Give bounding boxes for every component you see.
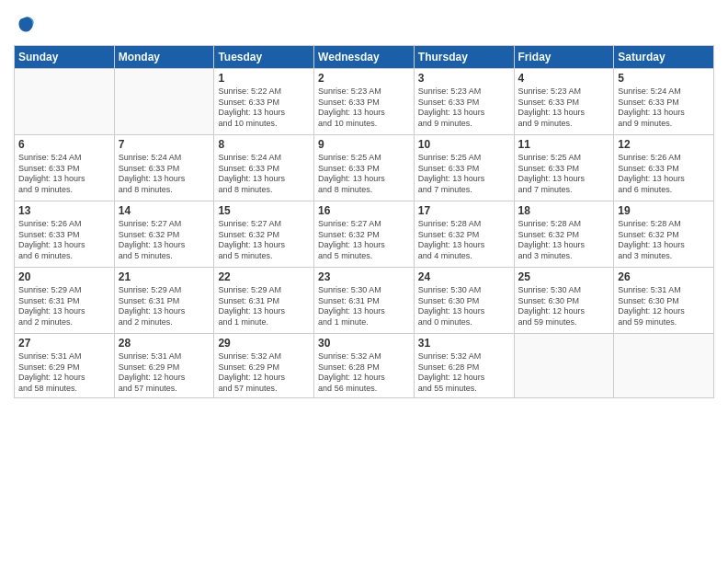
weekday-header-wednesday: Wednesday — [314, 46, 415, 69]
day-number: 11 — [518, 138, 610, 151]
day-number: 12 — [618, 138, 710, 151]
calendar-table: SundayMondayTuesdayWednesdayThursdayFrid… — [14, 45, 714, 398]
day-info: Sunrise: 5:23 AMSunset: 6:33 PMDaylight:… — [418, 86, 510, 130]
calendar-cell: 14Sunrise: 5:27 AMSunset: 6:32 PMDayligh… — [114, 201, 214, 268]
day-number: 8 — [218, 138, 310, 151]
calendar-week-5: 27Sunrise: 5:31 AMSunset: 6:29 PMDayligh… — [15, 334, 714, 398]
day-number: 6 — [18, 138, 110, 151]
calendar-cell: 2Sunrise: 5:23 AMSunset: 6:33 PMDaylight… — [314, 69, 415, 135]
day-number: 28 — [119, 337, 210, 350]
logo-icon — [14, 14, 36, 36]
calendar-cell: 29Sunrise: 5:32 AMSunset: 6:29 PMDayligh… — [214, 334, 314, 398]
weekday-header-row: SundayMondayTuesdayWednesdayThursdayFrid… — [15, 46, 714, 69]
calendar-cell: 26Sunrise: 5:31 AMSunset: 6:30 PMDayligh… — [614, 268, 714, 334]
day-number: 31 — [418, 337, 510, 350]
calendar-cell: 12Sunrise: 5:26 AMSunset: 6:33 PMDayligh… — [614, 135, 714, 201]
calendar-cell: 4Sunrise: 5:23 AMSunset: 6:33 PMDaylight… — [514, 69, 614, 135]
weekday-header-sunday: Sunday — [15, 46, 115, 69]
day-number: 15 — [218, 204, 310, 217]
day-number: 10 — [418, 138, 510, 151]
day-number: 14 — [119, 204, 210, 217]
day-info: Sunrise: 5:31 AMSunset: 6:30 PMDaylight:… — [618, 285, 710, 328]
day-number: 27 — [18, 337, 110, 350]
day-info: Sunrise: 5:26 AMSunset: 6:33 PMDaylight:… — [18, 219, 110, 262]
weekday-header-tuesday: Tuesday — [214, 46, 314, 69]
day-info: Sunrise: 5:32 AMSunset: 6:29 PMDaylight:… — [218, 351, 310, 395]
day-info: Sunrise: 5:23 AMSunset: 6:33 PMDaylight:… — [518, 86, 610, 130]
day-info: Sunrise: 5:23 AMSunset: 6:33 PMDaylight:… — [318, 86, 410, 130]
day-number: 9 — [318, 138, 410, 151]
day-number: 19 — [618, 204, 710, 217]
calendar-cell: 19Sunrise: 5:28 AMSunset: 6:32 PMDayligh… — [614, 201, 714, 268]
calendar-cell: 31Sunrise: 5:32 AMSunset: 6:28 PMDayligh… — [414, 334, 514, 398]
day-number: 16 — [318, 204, 410, 217]
calendar-cell: 13Sunrise: 5:26 AMSunset: 6:33 PMDayligh… — [15, 201, 115, 268]
calendar-cell: 18Sunrise: 5:28 AMSunset: 6:32 PMDayligh… — [514, 201, 614, 268]
calendar-cell: 22Sunrise: 5:29 AMSunset: 6:31 PMDayligh… — [214, 268, 314, 334]
weekday-header-saturday: Saturday — [614, 46, 714, 69]
calendar-cell: 24Sunrise: 5:30 AMSunset: 6:30 PMDayligh… — [414, 268, 514, 334]
calendar-week-4: 20Sunrise: 5:29 AMSunset: 6:31 PMDayligh… — [15, 268, 714, 334]
day-number: 3 — [418, 72, 510, 85]
day-info: Sunrise: 5:30 AMSunset: 6:31 PMDaylight:… — [318, 285, 410, 328]
page: SundayMondayTuesdayWednesdayThursdayFrid… — [0, 0, 728, 563]
calendar-cell: 20Sunrise: 5:29 AMSunset: 6:31 PMDayligh… — [15, 268, 115, 334]
day-info: Sunrise: 5:24 AMSunset: 6:33 PMDaylight:… — [119, 153, 210, 196]
calendar-cell — [514, 334, 614, 398]
day-info: Sunrise: 5:29 AMSunset: 6:31 PMDaylight:… — [119, 285, 210, 328]
day-number: 24 — [418, 270, 510, 283]
day-info: Sunrise: 5:27 AMSunset: 6:32 PMDaylight:… — [119, 219, 210, 262]
day-info: Sunrise: 5:28 AMSunset: 6:32 PMDaylight:… — [618, 219, 710, 262]
calendar-week-1: 1Sunrise: 5:22 AMSunset: 6:33 PMDaylight… — [15, 69, 714, 135]
day-number: 30 — [318, 337, 410, 350]
day-info: Sunrise: 5:32 AMSunset: 6:28 PMDaylight:… — [418, 351, 510, 395]
calendar-cell — [614, 334, 714, 398]
logo — [14, 14, 40, 36]
day-number: 2 — [318, 72, 410, 85]
header — [14, 14, 714, 36]
calendar-cell: 1Sunrise: 5:22 AMSunset: 6:33 PMDaylight… — [214, 69, 314, 135]
day-info: Sunrise: 5:27 AMSunset: 6:32 PMDaylight:… — [218, 219, 310, 262]
calendar-cell: 7Sunrise: 5:24 AMSunset: 6:33 PMDaylight… — [114, 135, 214, 201]
calendar-cell: 15Sunrise: 5:27 AMSunset: 6:32 PMDayligh… — [214, 201, 314, 268]
day-info: Sunrise: 5:29 AMSunset: 6:31 PMDaylight:… — [218, 285, 310, 328]
day-number: 22 — [218, 270, 310, 283]
day-number: 20 — [18, 270, 110, 283]
day-info: Sunrise: 5:24 AMSunset: 6:33 PMDaylight:… — [218, 153, 310, 196]
calendar-cell: 27Sunrise: 5:31 AMSunset: 6:29 PMDayligh… — [15, 334, 115, 398]
weekday-header-thursday: Thursday — [414, 46, 514, 69]
day-info: Sunrise: 5:32 AMSunset: 6:28 PMDaylight:… — [318, 351, 410, 395]
calendar-cell: 6Sunrise: 5:24 AMSunset: 6:33 PMDaylight… — [15, 135, 115, 201]
calendar-cell: 3Sunrise: 5:23 AMSunset: 6:33 PMDaylight… — [414, 69, 514, 135]
day-number: 26 — [618, 270, 710, 283]
calendar-cell: 16Sunrise: 5:27 AMSunset: 6:32 PMDayligh… — [314, 201, 415, 268]
day-info: Sunrise: 5:26 AMSunset: 6:33 PMDaylight:… — [618, 153, 710, 196]
day-info: Sunrise: 5:25 AMSunset: 6:33 PMDaylight:… — [318, 153, 410, 196]
day-number: 29 — [218, 337, 310, 350]
calendar-cell: 21Sunrise: 5:29 AMSunset: 6:31 PMDayligh… — [114, 268, 214, 334]
calendar-cell: 23Sunrise: 5:30 AMSunset: 6:31 PMDayligh… — [314, 268, 415, 334]
weekday-header-friday: Friday — [514, 46, 614, 69]
day-number: 4 — [518, 72, 610, 85]
day-number: 23 — [318, 270, 410, 283]
calendar-cell: 5Sunrise: 5:24 AMSunset: 6:33 PMDaylight… — [614, 69, 714, 135]
day-number: 5 — [618, 72, 710, 85]
calendar-week-3: 13Sunrise: 5:26 AMSunset: 6:33 PMDayligh… — [15, 201, 714, 268]
calendar-cell: 30Sunrise: 5:32 AMSunset: 6:28 PMDayligh… — [314, 334, 415, 398]
day-info: Sunrise: 5:25 AMSunset: 6:33 PMDaylight:… — [518, 153, 610, 196]
weekday-header-monday: Monday — [114, 46, 214, 69]
day-info: Sunrise: 5:30 AMSunset: 6:30 PMDaylight:… — [418, 285, 510, 328]
day-info: Sunrise: 5:27 AMSunset: 6:32 PMDaylight:… — [318, 219, 410, 262]
day-info: Sunrise: 5:28 AMSunset: 6:32 PMDaylight:… — [518, 219, 610, 262]
day-info: Sunrise: 5:31 AMSunset: 6:29 PMDaylight:… — [18, 351, 110, 395]
day-info: Sunrise: 5:24 AMSunset: 6:33 PMDaylight:… — [618, 86, 710, 130]
day-info: Sunrise: 5:30 AMSunset: 6:30 PMDaylight:… — [518, 285, 610, 328]
day-info: Sunrise: 5:22 AMSunset: 6:33 PMDaylight:… — [218, 86, 310, 130]
calendar-cell: 17Sunrise: 5:28 AMSunset: 6:32 PMDayligh… — [414, 201, 514, 268]
day-number: 17 — [418, 204, 510, 217]
calendar-cell: 25Sunrise: 5:30 AMSunset: 6:30 PMDayligh… — [514, 268, 614, 334]
day-info: Sunrise: 5:28 AMSunset: 6:32 PMDaylight:… — [418, 219, 510, 262]
calendar-cell: 11Sunrise: 5:25 AMSunset: 6:33 PMDayligh… — [514, 135, 614, 201]
day-number: 1 — [218, 72, 310, 85]
calendar-cell: 28Sunrise: 5:31 AMSunset: 6:29 PMDayligh… — [114, 334, 214, 398]
